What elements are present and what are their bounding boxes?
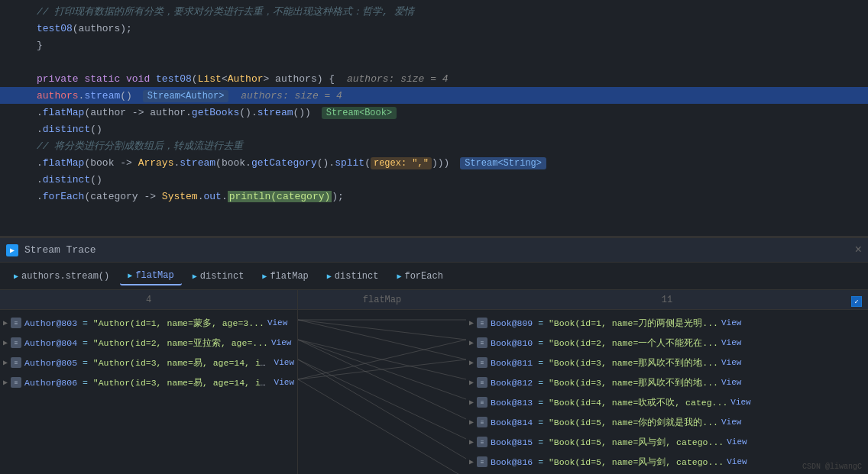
inline-hint: authors: size = 4 [347,73,449,85]
expand-icon[interactable]: ▶ [469,338,474,347]
tab-flatmap2[interactable]: ▶ flatMap [254,268,316,285]
tab-foreach[interactable]: ▶ forEach [389,268,450,285]
tab-flatmap1[interactable]: ▶ flatMap [120,267,181,285]
tab-arrow-icon: ▶ [14,272,18,281]
fn-name: test08 [156,73,192,85]
svg-line-6 [298,360,466,439]
code-text: .distinct() [37,124,102,135]
expand-icon[interactable]: ▶ [3,318,8,327]
expand-icon[interactable]: ▶ [469,457,474,466]
panel-title: Stream Trace [24,244,96,256]
view-link[interactable]: View [267,318,287,327]
item-type-icon: ≡ [477,337,487,348]
view-link[interactable]: View [721,338,741,347]
item-type-icon: ≡ [11,377,21,388]
code-lines: // 打印现有数据的所有分类，要求对分类进行去重，不能出现这种格式：哲学, 爱情… [0,0,868,208]
code-content: .distinct() [6,124,862,135]
view-link[interactable]: View [721,318,741,327]
right-trace-items: ▶ ≡ Book@809 = "Book(id=1, name=刀的两侧是光明.… [466,310,868,474]
code-line: test08(authors); [0,20,868,37]
list-item: ▶ ≡ Author@803 = "Author(id=1, name=蒙多, … [0,313,297,333]
item-type-icon: ≡ [477,456,487,467]
expand-icon[interactable]: ▶ [469,418,474,427]
view-link[interactable]: View [271,338,291,347]
code-line: .distinct() [0,121,868,137]
view-link[interactable]: View [721,418,741,427]
code-line: .flatMap(book -> Arrays.stream(book.getC… [0,154,868,171]
tab-arrow-icon: ▶ [327,272,332,281]
item-type-icon: ≡ [477,357,487,368]
view-link[interactable]: View [727,437,747,447]
code-text: .forEach(category -> System.out.println(… [37,191,344,202]
code-content: // 打印现有数据的所有分类，要求对分类进行去重，不能出现这种格式：哲学, 爱情 [6,5,862,18]
stream-trace-panel: ▶ Stream Trace × ▶ authors.stream() ▶ fl… [0,237,868,474]
expand-icon[interactable]: ▶ [469,378,474,387]
tab-arrow-icon: ▶ [262,272,267,281]
code-text: test08(authors); [37,23,132,34]
view-link[interactable]: View [727,457,747,466]
item-type-icon: ≡ [477,437,487,447]
code-content: .flatMap(author -> author.getBooks().str… [6,107,862,118]
code-content: // 将分类进行分割成数组后，转成流进行去重 [6,139,862,153]
expand-icon[interactable]: ▶ [3,338,8,347]
tab-authors-stream[interactable]: ▶ authors.stream() [6,268,117,285]
flatmap-header: flatMap [298,290,466,310]
code-content: .distinct() [6,174,862,185]
expand-icon[interactable]: ▶ [469,437,474,447]
tab-bar: ▶ authors.stream() ▶ flatMap ▶ distinct … [0,263,868,290]
code-content: .forEach(category -> System.out.println(… [6,191,862,202]
code-content: .flatMap(book -> Arrays.stream(book.getC… [6,157,862,169]
tab-distinct2[interactable]: ▶ distinct [319,268,387,285]
svg-line-5 [298,340,466,419]
item-type-icon: ≡ [477,318,487,328]
view-link[interactable]: View [721,378,741,387]
item-type-icon: ≡ [11,318,21,328]
trace-content: 4 ▶ ≡ Author@803 = "Author(id=1, name=蒙多… [0,290,868,474]
code-editor: // 打印现有数据的所有分类，要求对分类进行去重，不能出现这种格式：哲学, 爱情… [0,0,868,237]
list-item: ▶ ≡ Book@815 = "Book(id=5, name=风与剑, cat… [466,432,868,452]
expand-icon[interactable]: ▶ [469,398,474,407]
trace-right-panel: 11 ▶ ≡ Book@809 = "Book(id=1, name=刀的两侧是… [466,290,868,474]
left-count: 4 [146,295,151,305]
comment-text: // 打印现有数据的所有分类，要求对分类进行去重，不能出现这种格式：哲学, 爱情 [37,6,414,18]
tab-arrow-icon: ▶ [397,272,401,281]
checkbox[interactable]: ✓ [851,296,862,307]
list-item: ▶ ≡ Author@806 = "Author(id=3, name=易, a… [0,372,297,392]
list-item: ▶ ≡ Book@814 = "Book(id=5, name=你的剑就是我的.… [466,412,868,432]
code-line: // 将分类进行分割成数组后，转成流进行去重 [0,137,868,154]
item-text: Book@811 = "Book(id=3, name=那风吹不到的地... [491,357,718,369]
item-text: Author@806 = "Author(id=3, name=易, age=1… [24,377,271,389]
expand-icon[interactable]: ▶ [3,378,8,387]
item-text: Book@809 = "Book(id=1, name=刀的两侧是光明... [491,318,718,329]
close-button[interactable]: × [854,244,862,256]
item-type-icon: ≡ [477,417,487,427]
connector-area: flatMap [298,290,466,474]
expand-icon[interactable]: ▶ [3,358,8,367]
svg-line-2 [298,320,466,360]
view-link[interactable]: View [721,358,741,367]
item-type-icon: ≡ [477,397,487,408]
code-text: authors.stream() [37,90,132,102]
expand-icon[interactable]: ▶ [469,358,474,367]
view-link[interactable]: View [730,398,750,407]
item-text: Author@803 = "Author(id=1, name=蒙多, age=… [24,318,264,329]
expand-icon[interactable]: ▶ [469,318,474,327]
panel-icon: ▶ [6,244,18,256]
list-item: ▶ ≡ Book@811 = "Book(id=3, name=那风吹不到的地.… [466,353,868,372]
code-line: // 打印现有数据的所有分类，要求对分类进行去重，不能出现这种格式：哲学, 爱情 [0,3,868,20]
view-link[interactable]: View [274,358,294,367]
regex-badge: regex: "," [371,157,432,169]
view-link[interactable]: View [274,378,294,387]
item-type-icon: ≡ [11,357,21,368]
svg-line-9 [298,360,466,379]
code-line: } [0,37,868,53]
tab-distinct1[interactable]: ▶ distinct [185,268,252,285]
list-item: ▶ ≡ Book@810 = "Book(id=2, name=一个人不能死在.… [466,333,868,353]
code-text: .flatMap(book -> Arrays.stream(book.getC… [37,157,371,169]
item-type-icon: ≡ [11,337,21,348]
item-text: Book@814 = "Book(id=5, name=你的剑就是我的... [491,417,718,428]
code-content: private static void test08(List<Author> … [6,73,862,85]
stream-badge-string: Stream<String> [460,157,546,169]
item-text: Book@812 = "Book(id=3, name=那风吹不到的地... [491,377,718,389]
tab-label: distinct [335,271,379,282]
